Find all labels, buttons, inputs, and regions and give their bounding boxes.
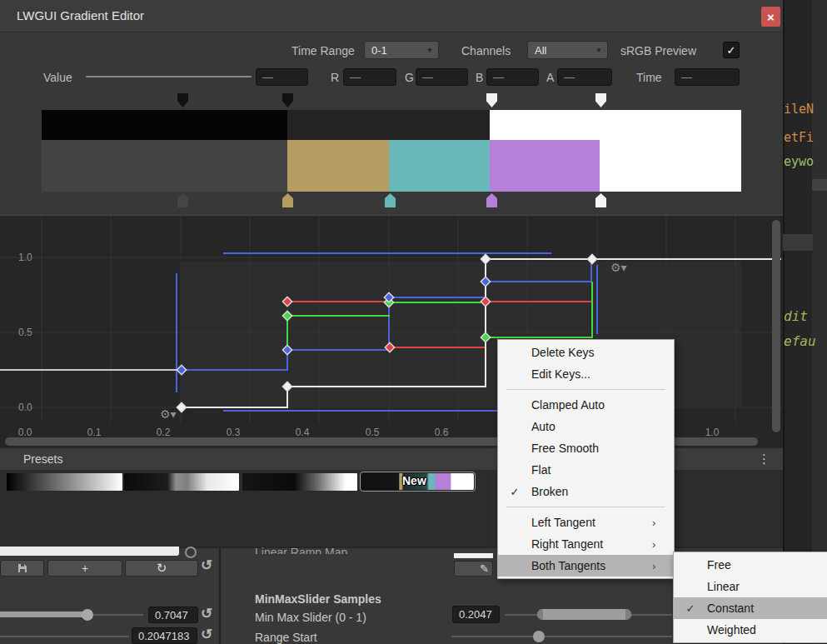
menu-item-both-tangents[interactable]: Both Tangents› xyxy=(498,555,674,577)
curve-vscrollbar[interactable] xyxy=(772,220,780,432)
value-2-box[interactable]: 0.2047183 xyxy=(132,627,197,644)
save-icon xyxy=(17,563,27,573)
slider-1-thumb[interactable] xyxy=(82,609,93,621)
preset-new-label: New xyxy=(402,474,426,487)
menu-item-weighted[interactable]: Weighted xyxy=(674,619,827,641)
curve-key[interactable] xyxy=(481,297,490,306)
value-1-box[interactable]: 0.7047 xyxy=(148,607,198,623)
curve-key[interactable] xyxy=(282,382,291,391)
close-icon: × xyxy=(767,11,775,23)
window-titlebar[interactable]: LWGUI Gradient Editor × xyxy=(0,0,783,32)
gear-icon[interactable]: ⚙▾ xyxy=(160,407,177,421)
revert-icon[interactable]: ↺ xyxy=(201,558,212,572)
curve-key[interactable] xyxy=(177,402,186,412)
g-field[interactable]: — xyxy=(416,68,468,86)
menu-item-free-smooth[interactable]: Free Smooth xyxy=(498,437,674,459)
color-key-marker[interactable] xyxy=(486,193,497,207)
color-key-marker[interactable] xyxy=(177,193,188,207)
srgb-preview-checkbox[interactable]: ✓ xyxy=(723,42,740,58)
submenu-arrow-icon: › xyxy=(652,538,674,551)
minmax-handle-left[interactable] xyxy=(537,609,543,620)
r-field[interactable]: — xyxy=(343,68,396,86)
range-start-thumb[interactable] xyxy=(533,631,545,642)
circle-icon[interactable] xyxy=(185,547,197,558)
menu-item-edit-keys[interactable]: Edit Keys... xyxy=(498,363,674,385)
kebab-menu-icon[interactable]: ⋮ xyxy=(758,452,770,467)
minmax-value-box[interactable]: 0.2047 xyxy=(452,606,500,623)
curve-key[interactable] xyxy=(481,332,490,342)
menu-item-clamped-auto[interactable]: Clamped Auto xyxy=(498,394,674,416)
refresh-button[interactable]: ↻ xyxy=(125,560,198,577)
slider-1-track[interactable] xyxy=(93,614,143,616)
menu-item-label: Right Tangent xyxy=(531,537,652,551)
time-range-label: Time Range xyxy=(291,44,355,57)
curve-key[interactable] xyxy=(282,297,291,306)
menu-item-right-tangent[interactable]: Right Tangent› xyxy=(498,533,674,555)
time-field[interactable]: — xyxy=(675,68,740,86)
curve-key[interactable] xyxy=(481,254,490,263)
gear-icon[interactable]: ⚙▾ xyxy=(610,261,627,274)
code-text: etFi xyxy=(784,130,814,145)
chevron-down-icon: ▼ xyxy=(595,47,602,54)
add-preset-button[interactable]: + xyxy=(47,560,122,577)
menu-item-label: Linear xyxy=(707,580,805,593)
x-axis-tick: 0.6 xyxy=(435,427,449,438)
menu-item-left-tangent[interactable]: Left Tangent› xyxy=(498,512,674,533)
time-range-dropdown[interactable]: 0-1 ▼ xyxy=(364,41,439,59)
menu-item-delete-keys[interactable]: Delete Keys xyxy=(498,342,674,363)
submenu-arrow-icon: › xyxy=(652,517,674,529)
menu-item-label: Weighted xyxy=(707,623,805,637)
a-field[interactable]: — xyxy=(557,68,612,86)
r-field-text: — xyxy=(350,71,361,83)
channels-dropdown[interactable]: All ▼ xyxy=(527,41,608,59)
minmax-handle-right[interactable] xyxy=(625,609,631,620)
menu-item-linear[interactable]: Linear xyxy=(674,576,827,597)
revert-icon[interactable]: ↺ xyxy=(201,607,212,621)
color-key-marker[interactable] xyxy=(282,193,293,207)
slider-1-fill[interactable] xyxy=(0,612,87,617)
value-slider[interactable] xyxy=(86,76,252,77)
background-editor-scroll-thumb[interactable] xyxy=(812,179,827,191)
menu-item-flat[interactable]: Flat xyxy=(498,459,674,481)
curve-key[interactable] xyxy=(282,345,291,354)
value-1-text: 0.7047 xyxy=(155,609,188,622)
alpha-key-marker[interactable] xyxy=(595,93,606,107)
value-label: Value xyxy=(43,71,72,84)
minmax-slider-range[interactable] xyxy=(537,609,631,620)
color-key-marker[interactable] xyxy=(385,193,396,207)
preset-swatch-2[interactable] xyxy=(124,473,239,491)
range-start-track[interactable] xyxy=(451,636,672,637)
alpha-key-marker[interactable] xyxy=(486,93,497,107)
revert-icon[interactable]: ↺ xyxy=(201,627,212,642)
curve-key[interactable] xyxy=(587,254,596,263)
b-label: B xyxy=(476,71,483,84)
ramp-edit-button[interactable]: ✎ xyxy=(454,561,493,577)
menu-item-constant[interactable]: ✓Constant xyxy=(674,597,827,619)
alpha-key-marker[interactable] xyxy=(177,93,188,107)
window-title: LWGUI Gradient Editor xyxy=(17,8,144,22)
background-editor-block xyxy=(783,234,813,251)
preset-swatch-3[interactable] xyxy=(242,473,357,491)
minmax-slider-label: Min Max Slider (0 - 1) xyxy=(255,611,366,624)
preset-swatch-1[interactable] xyxy=(7,473,122,491)
slider-2-track[interactable] xyxy=(0,636,129,637)
y-axis-tick: 0.0 xyxy=(18,402,32,413)
curve-key[interactable] xyxy=(177,365,186,374)
menu-item-free[interactable]: Free xyxy=(674,554,827,576)
gradient-strip[interactable] xyxy=(42,110,741,192)
x-axis-tick: 0.1 xyxy=(87,427,102,438)
curve-key[interactable] xyxy=(481,277,490,286)
gradient-segment xyxy=(600,140,741,192)
white-popup-bottom xyxy=(0,547,179,556)
alpha-key-marker[interactable] xyxy=(282,93,293,107)
close-button[interactable]: × xyxy=(761,7,780,27)
b-field[interactable]: — xyxy=(486,68,539,86)
curve-key[interactable] xyxy=(282,311,291,320)
color-key-marker[interactable] xyxy=(595,193,606,207)
save-preset-button[interactable] xyxy=(0,560,44,577)
menu-separator xyxy=(506,507,665,507)
value-field[interactable]: — xyxy=(256,68,308,86)
menu-item-auto[interactable]: Auto xyxy=(498,416,674,437)
menu-item-broken[interactable]: ✓Broken xyxy=(498,481,674,502)
menu-separator xyxy=(506,389,665,390)
